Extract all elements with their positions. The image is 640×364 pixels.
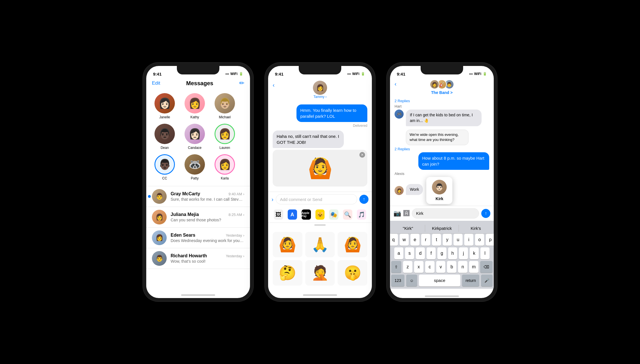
key-s[interactable]: s (405, 247, 414, 259)
sticker-3[interactable]: 🙆 (338, 232, 367, 257)
status-icons-2: ▪▪▪ WiFi 🔋 (347, 72, 365, 76)
group-input-field[interactable]: Kirk (412, 208, 479, 219)
send-button-2[interactable]: ↑ (359, 195, 368, 204)
key-b[interactable]: b (447, 261, 456, 273)
key-d[interactable]: d (416, 247, 425, 259)
key-space[interactable]: space (419, 275, 461, 286)
alexis-bubble: Work (406, 184, 423, 195)
key-e[interactable]: e (410, 234, 419, 246)
phone-3-screen: 9:41 ▪▪▪ WiFi 🔋 ‹ 👩 🎸 👨 The Band > (390, 66, 494, 298)
key-z[interactable]: z (403, 261, 412, 273)
key-k[interactable]: k (470, 247, 479, 259)
chat-contact-name-tammy[interactable]: Tammy › (313, 95, 327, 99)
contact-patty[interactable]: 🦝 Patty (182, 154, 207, 180)
contact-janelle[interactable]: 👩🏻 Janelle (152, 93, 177, 119)
conversation-eden[interactable]: 👩 Eden Sears Yesterday › Does Wednesday … (146, 228, 250, 248)
hart-message-row: 🎮 If I can get the kids to bed on time, … (395, 110, 489, 128)
key-r[interactable]: r (421, 234, 430, 246)
key-i[interactable]: i (464, 234, 473, 246)
contact-dean[interactable]: 👨🏿 Dean (152, 124, 177, 150)
send-button-3[interactable]: ↑ (481, 209, 490, 218)
key-a[interactable]: a (394, 247, 403, 259)
autocomplete-kirks[interactable]: Kirk's (459, 225, 493, 232)
key-t[interactable]: t (432, 234, 441, 246)
key-j[interactable]: j (459, 247, 468, 259)
sticker-5[interactable]: 🤦 (305, 260, 335, 286)
key-l[interactable]: l (480, 247, 489, 259)
conv-content-juliana: Juliana Mejia 8:25 AM › Can you send tho… (171, 212, 244, 222)
home-indicator-1 (181, 294, 215, 296)
status-time-1: 9:41 (153, 72, 162, 76)
sticker-1[interactable]: 🙆 (273, 232, 302, 257)
key-x[interactable]: x (414, 261, 423, 273)
camera-icon[interactable]: 📷 (393, 210, 401, 217)
contact-candace[interactable]: 👩🏻 Candace (182, 124, 207, 150)
expand-icon[interactable]: › (272, 196, 274, 203)
key-g[interactable]: g (437, 247, 446, 259)
group-name[interactable]: The Band > (431, 90, 453, 95)
key-f[interactable]: f (427, 247, 436, 259)
app-icon[interactable]: 🅰 (403, 210, 410, 217)
back-button-3[interactable]: ‹ (395, 81, 397, 87)
key-h[interactable]: h (448, 247, 457, 259)
alexis-msg-row: 👩 Work 👨🏻 Kirk (395, 177, 489, 204)
contact-lauren[interactable]: 👩 Lauren (212, 124, 238, 150)
sticker-close-button[interactable]: ✕ (359, 152, 365, 158)
autocomplete-kirkpatrick[interactable]: Kirkpatrick (425, 225, 459, 232)
conv-time-gray: 9:40 AM › (228, 192, 244, 196)
key-w[interactable]: w (400, 234, 409, 246)
conv-name-eden: Eden Sears (171, 233, 195, 238)
photos-app-icon[interactable]: 🖼 (274, 209, 283, 220)
key-y[interactable]: y (443, 234, 452, 246)
signal-icon: ▪▪▪ (225, 72, 229, 76)
keyboard-3: "Kirk" Kirkpatrick Kirk's q w e r t y u … (390, 221, 494, 289)
back-button-2[interactable]: ‹ (273, 82, 275, 88)
key-emoji[interactable]: ☺ (406, 275, 417, 286)
key-p[interactable]: p (486, 234, 494, 246)
key-o[interactable]: o (475, 234, 484, 246)
sticker-6[interactable]: 🤫 (338, 260, 367, 286)
conv-preview-eden: Does Wednesday evening work for you? May… (171, 238, 244, 243)
appstore-icon[interactable]: A (288, 209, 297, 220)
status-time-2: 9:41 (275, 72, 283, 76)
key-u[interactable]: u (453, 234, 463, 246)
contact-kathy[interactable]: 👩 Kathy (182, 93, 207, 119)
compose-button[interactable]: ✏ (239, 80, 244, 87)
chat-messages-2: Hmm. You finally learn how to parallel p… (268, 102, 372, 192)
kb-row-2: a s d f g h j k l (391, 247, 493, 259)
battery-icon-3: 🔋 (483, 72, 487, 76)
key-v[interactable]: v (436, 261, 446, 273)
conversation-gray-mccarty[interactable]: 👨 Gray McCarty 9:40 AM › Sure, that work… (146, 186, 250, 207)
chat-input-field-2[interactable]: Add comment or Send (276, 194, 357, 204)
autocomplete-kirk-quoted[interactable]: "Kirk" (391, 225, 425, 232)
conv-time-juliana: 8:25 AM › (228, 213, 244, 217)
stickers-icon[interactable]: 🎭 (329, 209, 338, 220)
key-m[interactable]: m (469, 261, 478, 273)
key-n[interactable]: n (458, 261, 467, 273)
key-delete[interactable]: ⌫ (480, 261, 493, 273)
sticker-4[interactable]: 🤔 (273, 260, 302, 286)
kb-row-1: q w e r t y u i o p (391, 234, 493, 246)
contact-cc[interactable]: 👨🏿 CC (152, 154, 177, 180)
battery-icon: 🔋 (239, 72, 243, 76)
group-input-bar: 📷 🅰 Kirk ↑ (390, 206, 494, 221)
contact-michael[interactable]: 👨🏼 Michael (212, 93, 238, 119)
conversation-list: 👨 Gray McCarty 9:40 AM › Sure, that work… (146, 186, 250, 269)
hart-bubble: If I can get the kids to bed on time, I … (406, 110, 482, 126)
contact-karla[interactable]: 👩 Karla (212, 154, 238, 180)
edit-button[interactable]: Edit (152, 80, 160, 86)
key-c[interactable]: c (425, 261, 435, 273)
key-123[interactable]: 123 (391, 275, 404, 286)
key-shift[interactable]: ⇧ (391, 261, 401, 273)
music-icon[interactable]: 🎵 (357, 209, 366, 220)
search-app-icon[interactable]: 🔍 (343, 209, 352, 220)
sticker-2[interactable]: 🙏 (305, 232, 335, 257)
conversation-juliana[interactable]: 👩 Juliana Mejia 8:25 AM › Can you send t… (146, 207, 250, 228)
animoji-icon[interactable]: 😺 (315, 209, 325, 220)
applepay-icon[interactable]: Apple Pay (302, 209, 311, 220)
key-mic[interactable]: 🎤 (481, 275, 493, 286)
key-q[interactable]: q (390, 234, 398, 246)
key-return[interactable]: return (462, 275, 479, 286)
conversation-richard[interactable]: 👨 Richard Howarth Yesterday › Wow, that'… (146, 248, 250, 269)
group-messages: 2 Replies Hart 🎮 If I can get the kids t… (390, 97, 494, 206)
